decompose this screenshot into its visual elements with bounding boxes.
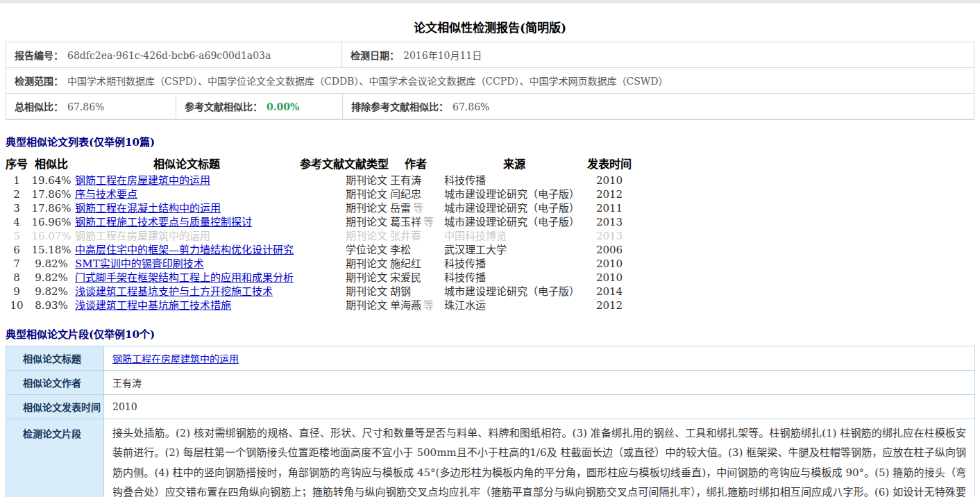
total-similarity-value: 67.86% <box>67 101 104 112</box>
etc-suffix: 等 <box>423 216 434 228</box>
similarity-value: 17.86% <box>29 187 74 201</box>
doc-type: 期刊论文 <box>344 257 389 271</box>
paper-title-muted: 钢筋工程在房屋建筑中的运用 <box>75 230 210 242</box>
header-author: 作者 <box>389 153 443 174</box>
source-name: 城市建设理论研究（电子版） <box>443 215 586 229</box>
author-name: 胡钢 <box>390 285 411 298</box>
paper-title-link[interactable]: 序与技术要点 <box>75 188 137 201</box>
similar-papers-table: 序号 相似比 相似论文标题 参考文献 文献类型 作者 来源 发表时间 1 19.… <box>4 153 633 312</box>
paper-title-link[interactable]: 钢筋工程施工技术要点与质量控制探讨 <box>75 216 252 228</box>
source-name: 科技传播 <box>443 257 586 271</box>
paper-title-link[interactable]: 浅谈建筑工程基坑支护与土方开挖施工技术 <box>75 285 273 298</box>
table-row-muted: 5 16.07% 钢筋工程在房屋建筑中的运用 期刊论文 张井春 中国科技博览 2… <box>4 229 633 243</box>
fragment-author-value: 王有涛 <box>104 371 975 395</box>
header-similarity: 相似比 <box>29 153 74 174</box>
author-name: 闫纪忠 <box>390 188 421 201</box>
paper-title-link[interactable]: 钢筋工程在混凝土结构中的运用 <box>75 202 221 214</box>
fragment-paper-title-link[interactable]: 钢筋工程在房屋建筑中的运用 <box>112 353 239 364</box>
table-row: 3 17.86% 钢筋工程在混凝土结构中的运用 期刊论文 岳雷等 城市建设理论研… <box>4 201 633 215</box>
row-index: 4 <box>4 215 29 229</box>
reference-flag <box>300 257 344 271</box>
header-source: 来源 <box>443 153 586 174</box>
source-name: 珠江水运 <box>443 298 586 312</box>
table-row: 4 16.96% 钢筋工程施工技术要点与质量控制探讨 期刊论文 葛玉祥等 城市建… <box>4 215 633 229</box>
source-name: 科技传播 <box>443 271 586 285</box>
doc-type: 期刊论文 <box>344 285 389 298</box>
publish-year: 2010 <box>586 257 633 271</box>
paper-title-link[interactable]: 钢筋工程在房屋建筑中的运用 <box>75 174 210 187</box>
fragment-author-row: 相似论文作者 王有涛 <box>6 371 975 395</box>
header-title: 相似论文标题 <box>74 153 300 174</box>
excluding-reference-similarity-value: 67.86% <box>453 101 489 112</box>
doc-type: 期刊论文 <box>344 271 389 285</box>
doc-type: 期刊论文 <box>344 187 389 201</box>
paper-title-link[interactable]: 门式脚手架在框架结构工程上的应用和成果分析 <box>75 271 294 284</box>
table-row: 10 8.93% 浅谈建筑工程中基坑施工技术措施 期刊论文 单海燕等 珠江水运 … <box>4 298 633 312</box>
row-index: 7 <box>4 257 29 271</box>
fragment-text-value: 接头处插筋。(2) 核对需绑钢筋的规格、直径、形状、尺寸和数量等是否与料单、料牌… <box>104 419 975 497</box>
detection-date-label: 检测日期： <box>350 50 399 61</box>
similarity-value: 9.82% <box>29 257 74 271</box>
reference-flag <box>300 201 344 215</box>
table-row: 8 9.82% 门式脚手架在框架结构工程上的应用和成果分析 期刊论文 宋爱民 科… <box>4 271 633 285</box>
author-name: 岳雷 <box>390 202 411 214</box>
report-info-row-2: 检测范围：中国学术期刊数据库（CSPD）、中国学位论文全文数据库（CDDB）、中… <box>6 68 974 94</box>
row-index: 3 <box>4 201 29 215</box>
paper-title-link[interactable]: SMT实训中的锡膏印刷技术 <box>75 258 204 270</box>
detection-scope-cell: 检测范围：中国学术期刊数据库（CSPD）、中国学位论文全文数据库（CDDB）、中… <box>6 68 974 93</box>
publish-year: 2010 <box>586 271 633 285</box>
reference-flag <box>300 174 344 187</box>
row-index: 2 <box>4 187 29 201</box>
source-name: 城市建设理论研究（电子版） <box>443 201 586 215</box>
fragment-year-label: 相似论文发表时间 <box>6 395 104 419</box>
row-index: 10 <box>4 298 29 312</box>
fragment-year-value: 2010 <box>104 395 975 419</box>
etc-suffix: 等 <box>413 202 423 214</box>
similarity-value: 15.18% <box>29 243 74 257</box>
header-reference: 参考文献 <box>300 153 344 174</box>
publish-year: 2010 <box>586 174 633 187</box>
fragment-title-label: 相似论文标题 <box>6 346 104 371</box>
similarity-value: 16.07% <box>29 229 74 243</box>
row-index: 5 <box>4 229 29 243</box>
paper-title-link[interactable]: 中高层住宅中的框架—剪力墙结构优化设计研究 <box>75 244 294 256</box>
reference-flag <box>300 215 344 229</box>
author-name: 施纪红 <box>390 258 421 270</box>
author-name: 李松 <box>390 244 411 256</box>
reference-flag <box>300 298 344 312</box>
reference-flag <box>300 285 344 298</box>
author-name: 宋爱民 <box>390 271 421 284</box>
author-name: 张井春 <box>390 230 421 242</box>
etc-suffix: 等 <box>423 299 434 312</box>
reference-similarity-cell: 参考文献相似比：0.00% <box>176 94 342 119</box>
similarity-value: 9.82% <box>29 285 74 298</box>
reference-similarity-value: 0.00% <box>267 101 299 112</box>
author-name: 王有涛 <box>390 174 421 187</box>
publish-year: 2013 <box>586 215 633 229</box>
fragment-text-label: 检测论文片段 <box>6 419 104 497</box>
top-divider-bar <box>0 0 980 3</box>
row-index: 6 <box>4 243 29 257</box>
header-publish-time: 发表时间 <box>586 153 633 174</box>
report-number-value: 68dfc2ea-961c-426d-bcb6-a69c00d1a03a <box>67 50 271 61</box>
total-similarity-label: 总相似比： <box>15 101 63 112</box>
author-name: 单海燕 <box>390 299 421 312</box>
table-row: 9 9.82% 浅谈建筑工程基坑支护与土方开挖施工技术 期刊论文 胡钢 城市建设… <box>4 285 633 298</box>
publish-year: 2014 <box>586 285 633 298</box>
table-row: 6 15.18% 中高层住宅中的框架—剪力墙结构优化设计研究 学位论文 李松 武… <box>4 243 633 257</box>
doc-type: 期刊论文 <box>344 201 389 215</box>
excluding-reference-similarity-cell: 排除参考文献相似比：67.86% <box>342 94 974 119</box>
report-info-table: 报告编号：68dfc2ea-961c-426d-bcb6-a69c00d1a03… <box>6 42 974 120</box>
detection-date-cell: 检测日期：2016年10月11日 <box>341 42 974 67</box>
paper-title-link[interactable]: 浅谈建筑工程中基坑施工技术措施 <box>75 299 231 312</box>
doc-type: 期刊论文 <box>344 298 389 312</box>
excluding-reference-similarity-label: 排除参考文献相似比： <box>351 101 448 112</box>
similarity-value: 9.82% <box>29 271 74 285</box>
doc-type: 期刊论文 <box>344 229 389 243</box>
report-number-cell: 报告编号：68dfc2ea-961c-426d-bcb6-a69c00d1a03… <box>6 42 341 67</box>
fragment-text-row: 检测论文片段 接头处插筋。(2) 核对需绑钢筋的规格、直径、形状、尺寸和数量等是… <box>6 419 975 497</box>
author-name: 葛玉祥 <box>390 216 421 228</box>
detection-date-value: 2016年10月11日 <box>403 50 482 61</box>
header-index: 序号 <box>4 153 29 174</box>
similar-fragments-section-title: 典型相似论文片段(仅举例10个) <box>6 326 980 341</box>
